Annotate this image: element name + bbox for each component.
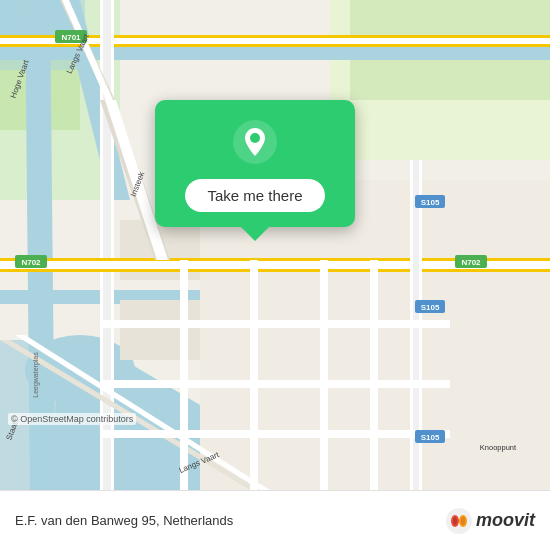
svg-rect-32 [250, 260, 258, 490]
map-attribution: © OpenStreetMap contributors [8, 413, 136, 425]
moovit-text: moovit [476, 510, 535, 531]
location-pin-icon [233, 120, 277, 164]
location-popup: Take me there [155, 100, 355, 227]
svg-text:Knooppunt: Knooppunt [480, 443, 517, 452]
svg-rect-28 [100, 320, 450, 328]
svg-point-64 [461, 517, 465, 525]
svg-rect-33 [320, 260, 328, 490]
svg-point-59 [250, 133, 260, 143]
svg-text:N702: N702 [21, 258, 41, 267]
svg-text:N702: N702 [461, 258, 481, 267]
svg-rect-34 [370, 260, 378, 490]
map-area: N701 N702 N702 S105 S105 S105 Hoge Vaart… [0, 0, 550, 490]
svg-text:Leegwaterplas: Leegwaterplas [32, 352, 40, 398]
svg-text:S105: S105 [421, 303, 440, 312]
moovit-icon [445, 507, 473, 535]
svg-rect-30 [100, 430, 450, 438]
svg-point-63 [453, 517, 457, 525]
svg-text:S105: S105 [421, 433, 440, 442]
svg-rect-31 [180, 260, 188, 490]
moovit-logo: moovit [445, 507, 535, 535]
svg-rect-29 [100, 380, 450, 388]
bottom-info-bar: E.F. van den Banweg 95, Netherlands moov… [0, 490, 550, 550]
address-text: E.F. van den Banweg 95, Netherlands [15, 513, 233, 528]
take-me-there-button[interactable]: Take me there [185, 179, 324, 212]
svg-text:S105: S105 [421, 198, 440, 207]
